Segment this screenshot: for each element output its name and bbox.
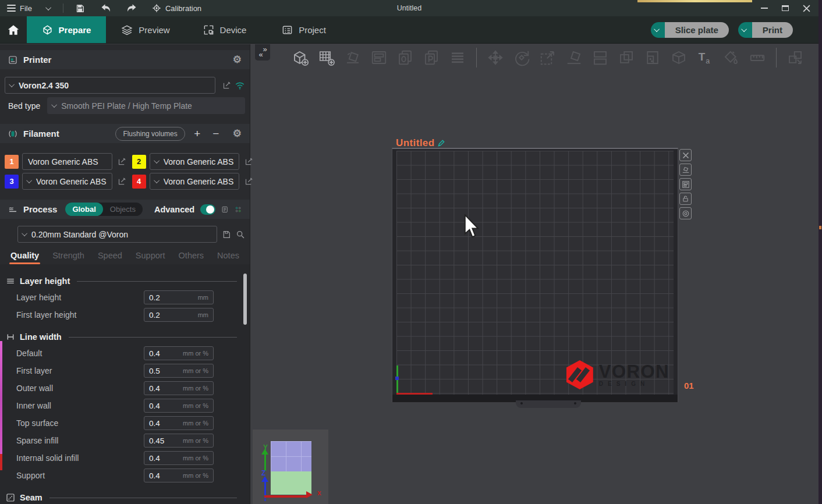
edit-filament-1-icon[interactable] <box>118 157 126 166</box>
mesh-boolean-icon[interactable] <box>669 48 689 68</box>
filament-4-color-badge[interactable]: 4 <box>132 175 146 189</box>
line-width-sparse-infill-input[interactable]: 0.45 mm or % <box>144 434 214 448</box>
scope-objects-button[interactable]: Objects <box>103 203 143 216</box>
wifi-icon[interactable] <box>235 81 245 90</box>
fill-bed-icon[interactable] <box>643 48 662 68</box>
move-icon[interactable] <box>486 48 505 68</box>
text-tool-icon[interactable]: T a <box>695 48 715 68</box>
paste-icon[interactable] <box>421 48 441 68</box>
maximize-button[interactable] <box>779 2 792 15</box>
tab-device[interactable]: Device <box>185 16 264 43</box>
process-section-title: Process <box>23 204 57 214</box>
close-button[interactable] <box>800 2 813 15</box>
rename-plate-pencil-icon[interactable] <box>437 139 445 147</box>
add-plate-icon[interactable] <box>317 48 336 68</box>
save-preset-icon[interactable] <box>222 230 231 239</box>
split-to-parts-icon[interactable] <box>616 48 636 68</box>
copy-icon[interactable] <box>395 48 415 68</box>
line-width-internal-solid-infill-input[interactable]: 0.4 mm or % <box>144 451 214 465</box>
tab-prepare[interactable]: Prepare <box>27 16 106 43</box>
remove-filament-button[interactable]: − <box>210 127 222 140</box>
bed-type-select[interactable]: Smooth PEI Plate / High Temp Plate <box>47 97 245 114</box>
add-filament-button[interactable]: + <box>191 127 204 140</box>
edit-printer-icon[interactable] <box>222 81 231 90</box>
lock-plate-icon[interactable] <box>679 193 692 205</box>
plate-settings-icon[interactable] <box>679 207 692 219</box>
edit-filament-2-icon[interactable] <box>245 157 253 166</box>
line-width-support-input[interactable]: 0.4 mm or % <box>144 468 214 482</box>
build-plate[interactable]: VORON DESIGN <box>392 148 678 402</box>
color-paint-icon[interactable] <box>721 48 741 68</box>
home-button[interactable] <box>0 16 27 43</box>
delete-plate-icon[interactable] <box>679 149 692 161</box>
line-width-first-layer-input[interactable]: 0.5 mm or % <box>144 364 214 378</box>
print-button[interactable]: Print <box>752 22 793 38</box>
scope-global-button[interactable]: Global <box>65 203 102 216</box>
slice-plate-button[interactable]: Slice plate <box>665 22 729 38</box>
filament-4-select[interactable]: Voron Generic ABS <box>150 173 240 190</box>
measure-icon[interactable] <box>747 48 767 68</box>
seam-icon <box>6 493 15 502</box>
filament-1-color-badge[interactable]: 1 <box>5 155 19 169</box>
edit-filament-3-icon[interactable] <box>118 177 126 186</box>
minimize-button[interactable] <box>758 2 771 15</box>
advanced-toggle[interactable] <box>200 204 215 215</box>
collapse-sidebar-button[interactable]: » « <box>255 44 270 61</box>
arrange-plate-icon[interactable] <box>679 178 692 190</box>
lay-on-face-icon[interactable] <box>564 48 584 68</box>
tab-speed[interactable]: Speed <box>98 251 122 264</box>
line-width-inner-wall-input[interactable]: 0.4 mm or % <box>144 399 214 413</box>
layer-height-input[interactable]: 0.2 mm <box>144 290 214 304</box>
add-object-icon[interactable] <box>290 48 310 68</box>
line-width-outer-wall-input[interactable]: 0.4 mm or % <box>144 381 214 395</box>
filament-settings-gear-icon[interactable]: ⚙ <box>233 129 242 139</box>
parameter-table-icon[interactable] <box>235 205 242 214</box>
collapse-chevron-left-icon: « <box>258 52 263 57</box>
edit-filament-4-icon[interactable] <box>245 177 253 186</box>
first-layer-height-input[interactable]: 0.2 mm <box>144 308 214 322</box>
auto-orient-icon[interactable] <box>343 48 363 68</box>
tab-quality[interactable]: Quality <box>10 251 39 264</box>
slice-options-button[interactable] <box>651 22 665 38</box>
tab-project[interactable]: Project <box>264 16 343 43</box>
printer-settings-gear-icon[interactable]: ⚙ <box>233 55 242 65</box>
gizmo-z-arrow-icon <box>261 476 268 482</box>
assembly-view-icon[interactable] <box>785 48 805 68</box>
split-to-objects-icon[interactable] <box>590 48 610 68</box>
filament-3-select[interactable]: Voron Generic ABS <box>22 173 112 190</box>
save-button[interactable] <box>75 3 86 13</box>
filament-slot-4: 4 Voron Generic ABS <box>132 173 254 190</box>
tab-strength[interactable]: Strength <box>52 251 84 264</box>
file-menu[interactable]: File <box>7 3 32 13</box>
scale-icon[interactable] <box>538 48 558 68</box>
arrange-icon[interactable] <box>369 48 389 68</box>
filament-2-select[interactable]: Voron Generic ABS <box>150 153 240 170</box>
tab-notes[interactable]: Notes <box>217 251 239 264</box>
menu-icon <box>7 3 16 13</box>
orient-plate-icon[interactable] <box>679 164 692 176</box>
process-preset-select[interactable]: 0.20mm Standard @Voron <box>17 226 217 243</box>
printer-select[interactable]: Voron2.4 350 <box>5 77 215 94</box>
file-menu-chevron-icon[interactable] <box>45 5 51 10</box>
plate-name[interactable]: Untitled <box>396 137 445 149</box>
3d-viewport[interactable]: » « <box>251 44 819 504</box>
tab-others[interactable]: Others <box>179 251 204 264</box>
rotate-icon[interactable] <box>512 48 532 68</box>
tab-support[interactable]: Support <box>136 251 165 264</box>
flushing-volumes-button[interactable]: Flushing volumes <box>115 127 185 141</box>
filament-2-color-badge[interactable]: 2 <box>132 155 146 169</box>
redo-button[interactable] <box>126 3 137 13</box>
search-settings-icon[interactable] <box>236 230 245 239</box>
undo-button[interactable] <box>101 3 111 13</box>
line-width-default-input[interactable]: 0.4 mm or % <box>144 346 214 360</box>
sidebar-scrollbar[interactable] <box>243 274 247 325</box>
calibration-button[interactable]: Calibration <box>152 3 201 13</box>
preset-list-icon[interactable] <box>221 205 228 214</box>
line-width-top-surface-input[interactable]: 0.4 mm or % <box>144 416 214 430</box>
filament-1-select[interactable]: Voron Generic ABS <box>22 153 112 170</box>
build-plate-surface[interactable] <box>396 151 674 395</box>
print-options-button[interactable] <box>738 22 752 38</box>
tab-preview[interactable]: Preview <box>106 16 185 43</box>
filament-3-color-badge[interactable]: 3 <box>5 175 19 189</box>
variable-layer-height-icon[interactable] <box>448 48 467 68</box>
